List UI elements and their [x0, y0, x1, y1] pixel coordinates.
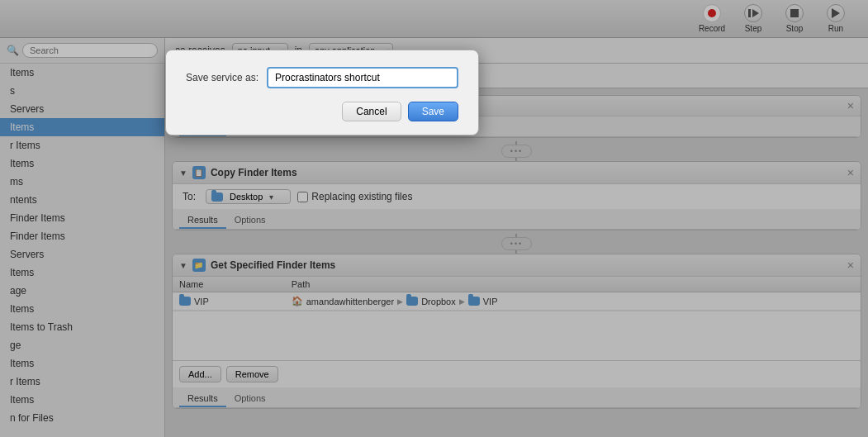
modal-buttons: Cancel Save [186, 102, 458, 121]
modal-input-row: Save service as: [186, 67, 458, 88]
save-dialog: Save service as: Cancel Save [165, 50, 479, 135]
cancel-button[interactable]: Cancel [342, 102, 401, 121]
save-button[interactable]: Save [408, 102, 458, 121]
modal-overlay: Save service as: Cancel Save [0, 0, 868, 437]
modal-label: Save service as: [186, 72, 259, 83]
service-name-input[interactable] [267, 67, 458, 88]
